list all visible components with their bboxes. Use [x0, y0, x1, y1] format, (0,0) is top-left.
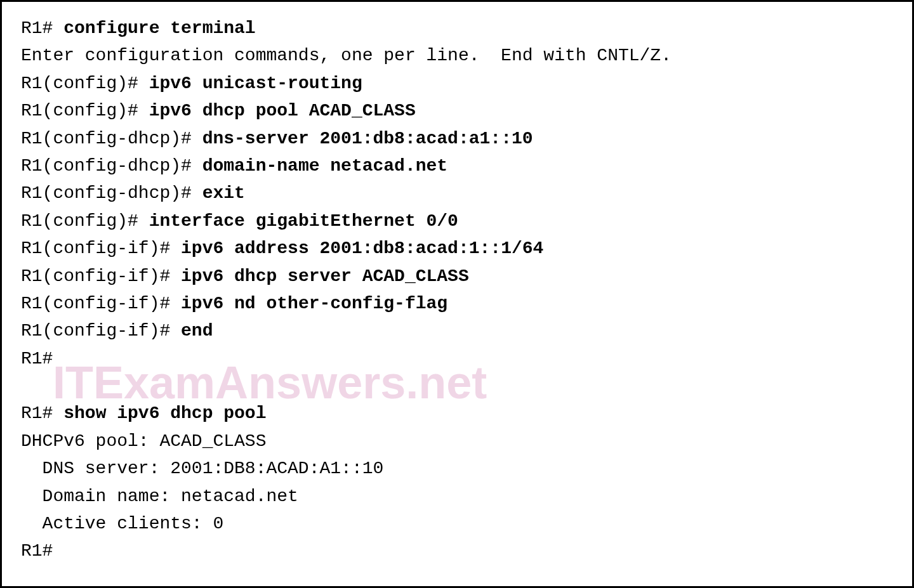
prompt-text: R1(config)# [21, 101, 149, 121]
prompt-text: R1(config)# [21, 74, 149, 93]
terminal-line: DHCPv6 pool: ACAD_CLASS [21, 428, 893, 455]
prompt-text: R1(config-if)# [21, 321, 181, 341]
terminal-line: R1(config-if)# ipv6 address 2001:db8:aca… [21, 235, 893, 262]
command-text: dns-server 2001:db8:acad:a1::10 [202, 129, 533, 148]
prompt-text: R1(config-if)# [21, 238, 181, 258]
command-text: ipv6 dhcp pool ACAD_CLASS [149, 101, 416, 121]
terminal-line: R1# show ipv6 dhcp pool [21, 400, 893, 427]
prompt-text: R1(config-dhcp)# [21, 129, 202, 148]
terminal-line: R1# [21, 537, 893, 565]
command-text: exit [202, 183, 245, 203]
terminal-line: R1(config-dhcp)# exit [21, 180, 893, 207]
command-text: ipv6 address 2001:db8:acad:1::1/64 [181, 238, 543, 258]
command-text: end [181, 321, 213, 341]
terminal-line: R1(config)# ipv6 dhcp pool ACAD_CLASS [21, 97, 893, 124]
terminal-line: Enter configuration commands, one per li… [21, 42, 893, 69]
terminal-line: DNS server: 2001:DB8:ACAD:A1::10 [21, 455, 893, 482]
output-text: Active clients: 0 [21, 514, 223, 533]
prompt-text: R1# [21, 541, 53, 561]
prompt-text: R1(config-dhcp)# [21, 156, 202, 176]
prompt-text: R1# [21, 349, 53, 369]
command-text: show ipv6 dhcp pool [63, 403, 266, 423]
command-text: ipv6 dhcp server ACAD_CLASS [181, 266, 469, 286]
terminal-output: R1# configure terminalEnter configuratio… [21, 15, 893, 565]
terminal-line: R1(config)# interface gigabitEthernet 0/… [21, 207, 893, 235]
terminal-line: R1(config-if)# ipv6 dhcp server ACAD_CLA… [21, 263, 893, 290]
prompt-text: R1# [21, 403, 63, 423]
terminal-line: R1# [21, 345, 893, 372]
command-text: domain-name netacad.net [202, 156, 447, 176]
prompt-text: R1(config)# [21, 211, 149, 231]
prompt-text: R1(config-if)# [21, 294, 181, 313]
command-text: configure terminal [63, 18, 255, 38]
terminal-line: R1(config-dhcp)# domain-name netacad.net [21, 152, 893, 180]
command-text: ipv6 unicast-routing [149, 74, 362, 93]
output-text: Enter configuration commands, one per li… [21, 46, 672, 65]
terminal-line: R1# configure terminal [21, 15, 893, 42]
terminal-line [21, 372, 893, 400]
prompt-text: R1(config-dhcp)# [21, 183, 202, 203]
terminal-line: Active clients: 0 [21, 510, 893, 537]
terminal-line: R1(config-if)# ipv6 nd other-config-flag [21, 290, 893, 317]
output-text: DNS server: 2001:DB8:ACAD:A1::10 [21, 459, 383, 478]
output-text: DHCPv6 pool: ACAD_CLASS [21, 431, 266, 451]
terminal-line: Domain name: netacad.net [21, 483, 893, 510]
terminal-line: R1(config)# ipv6 unicast-routing [21, 70, 893, 97]
command-text: interface gigabitEthernet 0/0 [149, 211, 458, 231]
prompt-text: R1# [21, 18, 63, 38]
output-text: Domain name: netacad.net [21, 487, 298, 506]
terminal-line: R1(config-if)# end [21, 317, 893, 344]
terminal-line: R1(config-dhcp)# dns-server 2001:db8:aca… [21, 125, 893, 152]
prompt-text: R1(config-if)# [21, 266, 181, 286]
command-text: ipv6 nd other-config-flag [181, 294, 447, 313]
